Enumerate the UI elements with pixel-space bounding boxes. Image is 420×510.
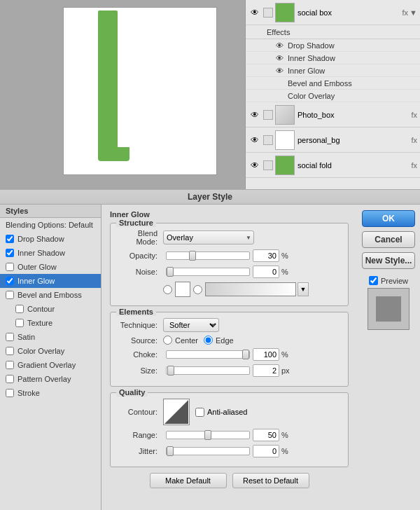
opacity-label: Opacity:	[118, 251, 163, 260]
size-slider[interactable]	[166, 366, 250, 375]
satin-checkbox[interactable]	[6, 333, 14, 341]
effect-name-bevel-emboss: Bevel and Emboss	[288, 79, 352, 88]
outer-glow-checkbox[interactable]	[6, 263, 14, 271]
noise-unit: %	[281, 268, 293, 276]
style-item-outer-glow[interactable]: Outer Glow	[0, 260, 101, 274]
opacity-slider[interactable]	[166, 251, 250, 260]
effects-header: Effects	[246, 25, 420, 39]
noise-slider[interactable]	[166, 268, 250, 276]
choke-row: Choke: %	[118, 348, 341, 361]
style-item-gradient-overlay[interactable]: Gradient Overlay	[0, 358, 101, 372]
opacity-slider-container: %	[163, 249, 341, 262]
range-input[interactable]	[253, 429, 279, 441]
effect-drop-shadow[interactable]: 👁 Drop Shadow	[246, 39, 420, 52]
style-item-inner-shadow[interactable]: Inner Shadow	[0, 246, 101, 260]
blend-mode-select-wrapper[interactable]: Overlay Normal Multiply Screen	[163, 230, 254, 244]
preview-checkbox[interactable]	[369, 276, 378, 285]
gradient-radio[interactable]	[193, 285, 202, 294]
contour-preview[interactable]	[163, 399, 190, 425]
svg-marker-0	[164, 400, 188, 424]
size-input[interactable]	[253, 364, 279, 377]
make-default-button[interactable]: Make Default	[150, 473, 227, 488]
color-overlay-checkbox[interactable]	[6, 347, 14, 355]
choke-slider-container: %	[163, 348, 341, 361]
layer-visibility-personal-bg[interactable]: 👁	[248, 134, 261, 146]
choke-slider[interactable]	[166, 350, 250, 359]
layer-name-social-fold: social fold	[298, 161, 408, 170]
layer-name-social-box: social box	[298, 8, 400, 17]
drop-shadow-checkbox[interactable]	[6, 235, 14, 243]
ok-button[interactable]: OK	[362, 210, 415, 227]
bottom-buttons-row: Make Default Reset to Default	[110, 473, 349, 488]
opacity-input[interactable]	[253, 249, 279, 262]
blend-mode-select[interactable]: Overlay Normal Multiply Screen	[163, 230, 254, 244]
contour-checkbox[interactable]	[15, 305, 24, 313]
effect-bevel-emboss[interactable]: 👁 Bevel and Emboss	[246, 77, 420, 90]
layer-thumbnail-photo-box	[275, 105, 295, 125]
range-slider[interactable]	[166, 431, 250, 439]
elements-section: Elements Technique: Softer Precise Sourc…	[110, 312, 349, 387]
new-style-button[interactable]: New Style...	[362, 252, 415, 269]
texture-checkbox[interactable]	[15, 319, 24, 327]
pattern-overlay-label: Pattern Overlay	[18, 375, 71, 383]
bevel-emboss-checkbox[interactable]	[6, 291, 14, 299]
solid-color-radio[interactable]	[163, 285, 172, 294]
style-item-stroke[interactable]: Stroke	[0, 386, 101, 400]
style-item-contour[interactable]: Contour	[0, 302, 101, 316]
cancel-button[interactable]: Cancel	[362, 231, 415, 248]
effect-color-overlay[interactable]: 👁 Color Overlay	[246, 90, 420, 102]
effect-eye-inner-glow[interactable]: 👁	[274, 65, 285, 76]
source-edge-label: Edge	[216, 336, 234, 345]
pattern-overlay-checkbox[interactable]	[6, 375, 14, 383]
range-unit: %	[281, 431, 293, 439]
effect-inner-glow[interactable]: 👁 Inner Glow	[246, 64, 420, 77]
layer-fx-personal-bg: fx	[411, 136, 417, 144]
source-label: Source:	[118, 336, 163, 345]
jitter-slider[interactable]	[166, 447, 250, 455]
style-item-inner-glow[interactable]: Inner Glow	[0, 274, 101, 288]
reset-to-default-button[interactable]: Reset to Default	[232, 473, 309, 488]
layer-thumbnail-personal-bg	[275, 130, 295, 150]
layer-visibility-social-fold[interactable]: 👁	[248, 159, 261, 172]
effect-eye-drop-shadow[interactable]: 👁	[274, 40, 285, 51]
layer-row-social-fold[interactable]: 👁 social fold fx	[246, 153, 420, 178]
style-item-drop-shadow[interactable]: Drop Shadow	[0, 232, 101, 246]
jitter-input[interactable]	[253, 445, 279, 457]
inner-shadow-checkbox[interactable]	[6, 249, 14, 257]
gradient-overlay-checkbox[interactable]	[6, 361, 14, 369]
source-edge-radio[interactable]	[204, 336, 213, 345]
gradient-preview[interactable]	[205, 282, 296, 296]
anti-alias-checkbox[interactable]	[195, 408, 204, 417]
canvas-area: 👁 social box fx ▼ Effects 👁 Drop Shadow …	[0, 0, 420, 189]
structure-section: Structure Blend Mode: Overlay Normal Mul…	[110, 223, 349, 306]
gradient-arrow-btn[interactable]: ▼	[298, 282, 309, 296]
layer-row-personal-bg[interactable]: 👁 personal_bg fx	[246, 127, 420, 153]
elements-title: Elements	[116, 308, 156, 316]
layer-visibility-eye[interactable]: 👁	[248, 6, 261, 19]
style-item-bevel-emboss[interactable]: Bevel and Emboss	[0, 288, 101, 302]
inner-glow-checkbox[interactable]	[6, 277, 14, 285]
effect-eye-inner-shadow[interactable]: 👁	[274, 53, 285, 64]
source-center-radio[interactable]	[163, 336, 172, 345]
choke-input[interactable]	[253, 348, 279, 361]
style-item-texture[interactable]: Texture	[0, 316, 101, 330]
size-unit: px	[281, 366, 293, 375]
layer-row-social-box[interactable]: 👁 social box fx ▼	[246, 0, 420, 25]
blend-mode-row: Blend Mode: Overlay Normal Multiply Scre…	[118, 229, 341, 246]
style-item-color-overlay[interactable]: Color Overlay	[0, 344, 101, 358]
style-item-satin[interactable]: Satin	[0, 330, 101, 344]
noise-input[interactable]	[253, 266, 279, 278]
inner-glow-label: Inner Glow	[18, 277, 55, 285]
technique-select[interactable]: Softer Precise	[163, 318, 219, 332]
jitter-slider-container: %	[163, 445, 341, 457]
layer-row-photo-box[interactable]: 👁 Photo_box fx	[246, 102, 420, 127]
stroke-checkbox[interactable]	[6, 389, 14, 397]
effect-inner-shadow[interactable]: 👁 Inner Shadow	[246, 52, 420, 64]
technique-select-wrapper[interactable]: Softer Precise	[163, 318, 219, 332]
layer-visibility-photo-box[interactable]: 👁	[248, 109, 261, 121]
structure-title: Structure	[116, 219, 156, 227]
style-item-blending-options[interactable]: Blending Options: Default	[0, 218, 101, 232]
color-swatch[interactable]	[175, 282, 190, 297]
style-item-pattern-overlay[interactable]: Pattern Overlay	[0, 372, 101, 386]
jitter-row: Jitter: %	[118, 445, 341, 457]
